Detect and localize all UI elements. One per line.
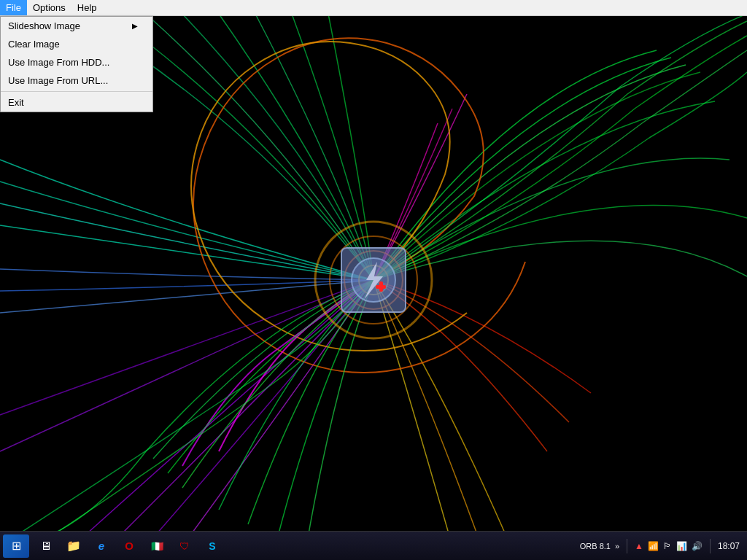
menubar: File Options Help [0, 0, 747, 16]
taskbar-app-flag[interactable]: 🇮🇹 [144, 534, 170, 558]
menu-item-clear-image[interactable]: Clear Image [1, 35, 152, 53]
menu-file[interactable]: File [0, 0, 27, 15]
menu-item-exit[interactable]: Exit [1, 93, 152, 112]
taskbar-app-explorer[interactable]: 📁 [61, 534, 87, 558]
orb-label[interactable]: ORB 8.1 [580, 542, 611, 551]
flag-icon: 🇮🇹 [151, 540, 163, 552]
shield-icon: 🛡 [179, 540, 190, 552]
taskbar: ⊞ 🖥 📁 e O 🇮🇹 🛡 S ORB 8.1 » ▲ 📶 🏳 📊 🔊 18:… [0, 531, 747, 560]
taskbar-app-ie[interactable]: e [88, 534, 115, 558]
system-tray: ORB 8.1 » ▲ 📶 🏳 📊 🔊 18:07 [580, 539, 744, 553]
menu-options[interactable]: Options [27, 0, 71, 15]
taskbar-app-skype[interactable]: S [199, 534, 225, 558]
taskbar-app-antivirus[interactable]: 🛡 [171, 534, 198, 558]
tray-bars-icon: 📊 [676, 541, 687, 551]
menu-item-use-hdd[interactable]: Use Image From HDD... [1, 53, 152, 71]
submenu-arrow-icon: ▶ [132, 22, 138, 30]
tray-flag-icon: 🏳 [663, 541, 672, 551]
app-icon [341, 247, 406, 313]
menu-help[interactable]: Help [71, 0, 103, 15]
tray-volume-icon: 🔊 [692, 541, 703, 551]
system-clock[interactable]: 18:07 [718, 541, 740, 551]
taskbar-app-desktop[interactable]: 🖥 [33, 534, 59, 558]
menu-separator [1, 91, 152, 92]
menu-item-slideshow[interactable]: Slideshow Image ▶ [1, 17, 152, 35]
windows-icon: ⊞ [12, 539, 21, 553]
tray-up-arrow: ▲ [635, 541, 643, 551]
svg-rect-8 [379, 281, 383, 292]
tray-separator [627, 539, 627, 553]
opera-icon: O [125, 540, 133, 552]
taskbar-app-opera[interactable]: O [116, 534, 142, 558]
tray-separator-2 [710, 539, 711, 553]
tray-arrows[interactable]: » [615, 542, 619, 551]
menu-item-use-url[interactable]: Use Image From URL... [1, 71, 152, 90]
desktop-icon: 🖥 [40, 540, 52, 553]
start-button[interactable]: ⊞ [3, 534, 29, 558]
ie-icon: e [98, 540, 104, 552]
tray-network-icon: 📶 [648, 541, 659, 551]
folder-icon: 📁 [66, 539, 81, 553]
file-dropdown-menu: Slideshow Image ▶ Clear Image Use Image … [0, 16, 153, 112]
skype-icon: S [209, 540, 215, 552]
